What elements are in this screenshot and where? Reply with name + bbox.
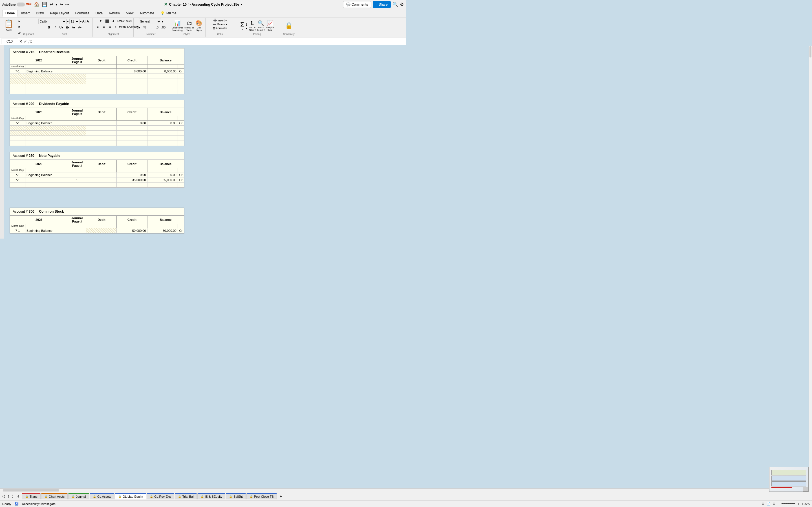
credit-cell[interactable] (117, 141, 147, 146)
date-cell[interactable] (10, 79, 26, 84)
credit-cell[interactable]: 0.00 (117, 172, 147, 177)
align-right-button[interactable]: ≡ (107, 24, 113, 29)
date-cell[interactable]: 7-1 (10, 121, 26, 126)
cancel-formula-icon[interactable]: ✕ (19, 39, 22, 44)
date-cell[interactable]: 7-1 (10, 177, 26, 182)
table-row[interactable] (10, 126, 184, 131)
bold-button[interactable]: B (46, 25, 52, 30)
crdr-cell[interactable] (177, 74, 184, 79)
autosave-toggle-switch[interactable] (17, 3, 25, 6)
credit-cell[interactable] (117, 182, 147, 187)
debit-cell[interactable] (86, 121, 117, 126)
credit-cell[interactable] (117, 89, 147, 94)
borders-button[interactable]: ⊞▾ (65, 25, 70, 30)
debit-cell[interactable] (86, 89, 117, 94)
tab-automate[interactable]: Automate (137, 10, 157, 16)
balance-cell[interactable] (147, 182, 177, 187)
table-row[interactable] (10, 89, 184, 94)
home-icon[interactable]: 🏠 (34, 2, 40, 7)
credit-cell[interactable] (117, 131, 147, 136)
delete-button[interactable]: ➖ Delete ▾ (213, 22, 227, 26)
debit-cell[interactable] (86, 182, 117, 187)
cut-button[interactable]: ✂ (16, 19, 22, 24)
format-button[interactable]: ⊞ Format ▾ (213, 26, 227, 30)
balance-cell[interactable] (147, 141, 177, 146)
conditional-formatting-button[interactable]: 📊 ConditionalFormatting (172, 20, 183, 32)
journal-cell[interactable] (68, 182, 86, 187)
tab-insert[interactable]: Insert (18, 10, 33, 16)
format-painter-button[interactable]: 🖌 (16, 31, 22, 36)
delete-dropdown-icon[interactable]: ▾ (226, 22, 227, 26)
desc-cell[interactable] (26, 182, 68, 187)
number-format-select[interactable]: General (139, 18, 161, 24)
confirm-formula-icon[interactable]: ✓ (24, 39, 27, 44)
date-cell[interactable] (10, 182, 26, 187)
table-row[interactable]: 7-1 Beginning Balance 50,000.00 50,000.0… (10, 228, 184, 233)
format-as-table-button[interactable]: 🗂 Format asTable (184, 20, 194, 32)
spreadsheet-area[interactable]: Account # 215 Unearned Revenue 2023 Jour… (4, 45, 406, 238)
credit-cell[interactable] (117, 84, 147, 89)
autosum-button[interactable]: Σ ▾ (240, 21, 244, 31)
desc-cell[interactable] (26, 79, 68, 84)
number-format-dropdown-icon[interactable]: ▾ (162, 20, 163, 23)
merge-center-button[interactable]: Merge & Center▾ (126, 24, 132, 29)
debit-cell[interactable] (86, 126, 117, 131)
wrap-text-button[interactable]: Wrap Text▾ (123, 18, 129, 24)
cell-reference-input[interactable] (1, 39, 18, 44)
decrease-decimal-button[interactable]: .0 (154, 25, 160, 30)
tab-draw[interactable]: Draw (33, 10, 47, 16)
debit-cell[interactable] (86, 131, 117, 136)
credit-cell[interactable] (117, 126, 147, 131)
desc-cell[interactable]: Beginning Balance (26, 69, 68, 74)
crdr-cell[interactable] (177, 84, 184, 89)
formula-input[interactable] (33, 39, 405, 44)
font-color-button[interactable]: A▾ (77, 25, 83, 30)
increase-font-icon[interactable]: A↑ (82, 19, 86, 23)
crdr-cell[interactable] (177, 182, 184, 187)
date-cell[interactable]: 7-1 (10, 69, 26, 74)
balance-cell[interactable] (147, 89, 177, 94)
tab-data[interactable]: Data (93, 10, 105, 16)
decrease-font-icon[interactable]: A↓ (87, 19, 91, 23)
tab-view[interactable]: View (123, 10, 137, 16)
crdr-cell[interactable]: Cr (177, 228, 184, 233)
save-icon[interactable]: 💾 (42, 2, 47, 7)
journal-cell[interactable] (68, 131, 86, 136)
tab-page-layout[interactable]: Page Layout (47, 10, 71, 16)
italic-button[interactable]: I (52, 25, 58, 30)
balance-cell[interactable] (147, 84, 177, 89)
debit-cell[interactable] (86, 74, 117, 79)
find-select-button[interactable]: 🔍 Find &Select ▾ (257, 20, 265, 31)
desc-cell[interactable] (26, 89, 68, 94)
desc-cell[interactable]: Beginning Balance (26, 121, 68, 126)
settings-icon[interactable]: ⚙ (400, 2, 404, 7)
align-middle-button[interactable]: ⬛ (104, 18, 110, 24)
table-row[interactable]: 7-1 Beginning Balance 0.00 0.00 Cr (10, 172, 184, 177)
journal-cell[interactable] (68, 89, 86, 94)
undo-icon[interactable]: ↩ (50, 2, 53, 7)
percent-button[interactable]: % (142, 25, 148, 30)
balance-cell[interactable]: 0.00 (147, 172, 177, 177)
balance-cell[interactable] (147, 74, 177, 79)
desc-cell[interactable]: Beginning Balance (26, 172, 68, 177)
crdr-cell[interactable]: Cr (177, 69, 184, 74)
table-row[interactable] (10, 79, 184, 84)
fill-button[interactable]: ↓ ▾ (245, 21, 248, 30)
balance-cell[interactable] (147, 126, 177, 131)
debit-cell[interactable] (86, 136, 117, 141)
font-size-select[interactable]: 11 (69, 18, 80, 24)
currency-button[interactable]: $▾ (136, 25, 142, 30)
crdr-cell[interactable] (177, 136, 184, 141)
crdr-cell[interactable] (177, 126, 184, 131)
date-cell[interactable] (10, 126, 26, 131)
journal-cell[interactable] (68, 84, 86, 89)
sensitivity-button[interactable]: 🔒 (285, 22, 293, 29)
desc-cell[interactable] (26, 84, 68, 89)
date-cell[interactable] (10, 89, 26, 94)
font-size-dropdown-icon[interactable]: ▾ (80, 20, 82, 23)
debit-cell[interactable] (86, 172, 117, 177)
table-row[interactable] (10, 141, 184, 146)
insert-function-icon[interactable]: ƒx (28, 40, 32, 43)
balance-cell[interactable]: 50,000.00 (147, 228, 177, 233)
crdr-cell[interactable]: Cr (177, 177, 184, 182)
